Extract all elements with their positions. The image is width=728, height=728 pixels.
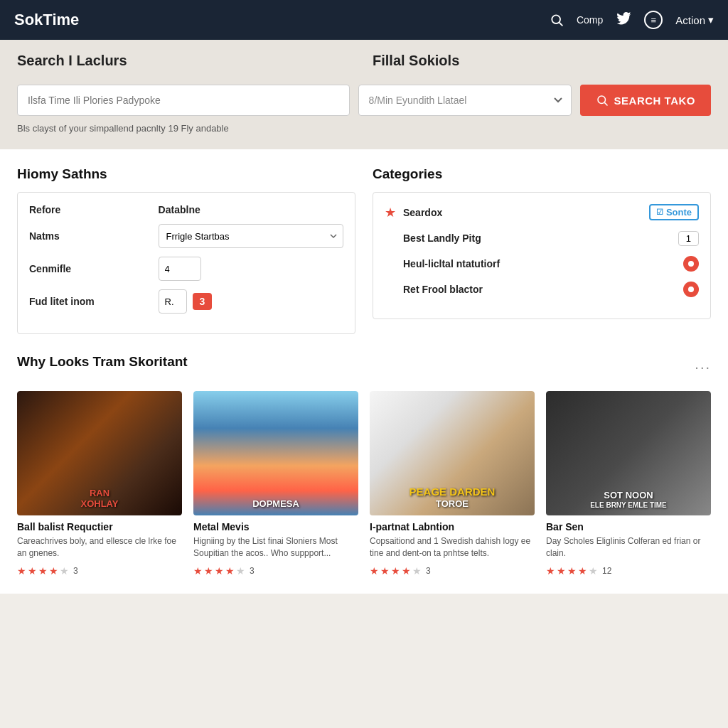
movies-grid: RAN XOHLAY Ball balist Requctier Careach… [17,391,711,577]
poster-title-line2-3: ELE BRNY EMLE TIME [552,501,705,510]
panel-label-4: Fud litet inom [29,296,153,307]
search-hint: Bls clayst of your simpallend pacnlty 19… [17,123,711,134]
movie-title-3: Bar Sen [546,521,711,532]
panel-row-3: Cenmifle [29,257,343,281]
cat-badge-blue[interactable]: ☑ Sonte [649,204,699,220]
star3: ★ [567,565,577,577]
star5: ★ [412,565,422,577]
header: SokTime Comp ≡ Action ▾ [0,0,728,40]
nav-comp[interactable]: Comp [577,14,603,26]
search-filter-select[interactable]: 8/Min Eyundith Llatael [358,85,572,116]
movies-more-btn[interactable]: ··· [695,359,711,375]
panel-badge-row: 3 [159,289,343,314]
movie-desc-2: Copsaitiond and 1 Swedish dahish logy ee… [370,535,535,560]
search-left-title: Search I Laclurs [17,53,355,69]
panel-value-1: Datablne [159,204,343,215]
cat-label-3: Ret Frool blactor [403,284,676,295]
poster-overlay-0: RAN XOHLAY [23,488,176,510]
nav-search[interactable] [550,13,564,27]
saved-panel: Refore Datablne Natms Frrigle Startbas C… [17,192,355,334]
panel-badge-input[interactable] [159,289,187,314]
cat-label-0: Seardox [403,207,642,218]
movie-poster-0[interactable]: RAN XOHLAY [17,391,182,515]
star2: ★ [557,565,566,577]
panel-row-1: Refore Datablne [29,204,343,215]
star2: ★ [204,565,213,577]
star4: ★ [578,565,587,577]
movie-card-1: DOPMESA Metal Mevis Higniing by the List… [193,391,358,577]
cat-star-icon: ★ [385,205,396,220]
star3: ★ [391,565,400,577]
svg-line-3 [604,102,607,105]
star1: ★ [17,565,26,577]
star-count-2: 3 [426,566,431,576]
panel-row-2: Natms Frrigle Startbas [29,224,343,248]
main-content: Hiomy Sathns Refore Datablne Natms Frrig… [0,149,728,594]
search-section: Search I Laclurs Fillal Sokiols 8/Min Ey… [0,40,728,149]
poster-overlay-1: DOPMESA [199,498,353,510]
star2: ★ [380,565,390,577]
panel-input-3[interactable] [159,257,201,281]
movie-poster-3[interactable]: SOT NOON ELE BRNY EMLE TIME [546,391,711,515]
star-count-3: 12 [602,566,611,576]
movie-desc-3: Day Scholes Eliglinis Colferan ed frian … [546,535,711,560]
star5: ★ [60,565,69,577]
star1: ★ [193,565,203,577]
cat-dot-3 [683,282,699,297]
svg-line-1 [560,23,563,26]
search-input[interactable] [17,85,350,116]
movie-stars-3: ★ ★ ★ ★ ★ 12 [546,565,711,577]
cat-num-1: 1 [678,231,699,246]
categories-section: Categories ★ Seardox ☑ Sonte ★ Best Land… [373,166,711,334]
app-logo: SokTime [14,11,538,29]
menu-icon: ≡ [651,15,657,26]
star3: ★ [38,565,48,577]
movies-header: Why Looks Tram Skoritant ··· [17,354,711,380]
poster-title-line1-1: DOPMESA [199,498,353,510]
star4: ★ [49,565,58,577]
star3: ★ [215,565,224,577]
poster-title-line2-2: TOROE [375,498,529,510]
star1: ★ [370,565,379,577]
poster-title-line1-3: SOT NOON [552,490,705,501]
cat-dot-2 [683,256,699,272]
search-button[interactable]: SEARCH TAKO [580,85,711,116]
star4: ★ [402,565,411,577]
nav-action[interactable]: Action ▾ [675,14,714,26]
panel-label-1: Refore [29,204,153,215]
action-label: Action [675,14,705,26]
category-item-2: ★ Heul-licltal ntatutiorf [385,256,699,272]
movie-poster-2[interactable]: PEAGE DARDEN TOROE [370,391,535,515]
movie-stars-1: ★ ★ ★ ★ ★ 3 [193,565,358,577]
nav-twitter[interactable] [616,12,631,28]
saved-title: Hiomy Sathns [17,166,355,182]
star5: ★ [589,565,598,577]
panel-label-3: Cenmifle [29,263,153,274]
poster-overlay-2: PEAGE DARDEN TOROE [375,486,529,510]
panel-badge: 3 [193,293,213,310]
saved-section: Hiomy Sathns Refore Datablne Natms Frrig… [17,166,355,334]
twitter-icon [616,12,631,28]
star5: ★ [236,565,245,577]
search-right-title: Fillal Sokiols [373,53,711,69]
search-icon [550,13,564,27]
poster-overlay-3: SOT NOON ELE BRNY EMLE TIME [552,490,705,510]
movies-title: Why Looks Tram Skoritant [17,354,188,370]
star4: ★ [225,565,235,577]
top-panels: Hiomy Sathns Refore Datablne Natms Frrig… [17,166,711,334]
movie-desc-0: Careachrives boly, and ellesce cle lrke … [17,535,182,560]
star2: ★ [28,565,37,577]
cat-label-2: Heul-licltal ntatutiorf [403,258,676,269]
search-row: 8/Min Eyundith Llatael SEARCH TAKO [17,85,711,116]
movie-poster-1[interactable]: DOPMESA [193,391,358,515]
star1: ★ [546,565,555,577]
svg-point-2 [598,96,606,104]
poster-title-line1-0: RAN [23,488,176,499]
panel-select-2[interactable]: Frrigle Startbas [159,224,343,248]
categories-title: Categories [373,166,711,182]
comp-label: Comp [577,14,603,26]
category-item-0: ★ Seardox ☑ Sonte [385,204,699,220]
movie-desc-1: Higniing by the List finai Sloniers Most… [193,535,358,560]
nav-menu[interactable]: ≡ [644,11,663,29]
movie-title-0: Ball balist Requctier [17,521,182,532]
